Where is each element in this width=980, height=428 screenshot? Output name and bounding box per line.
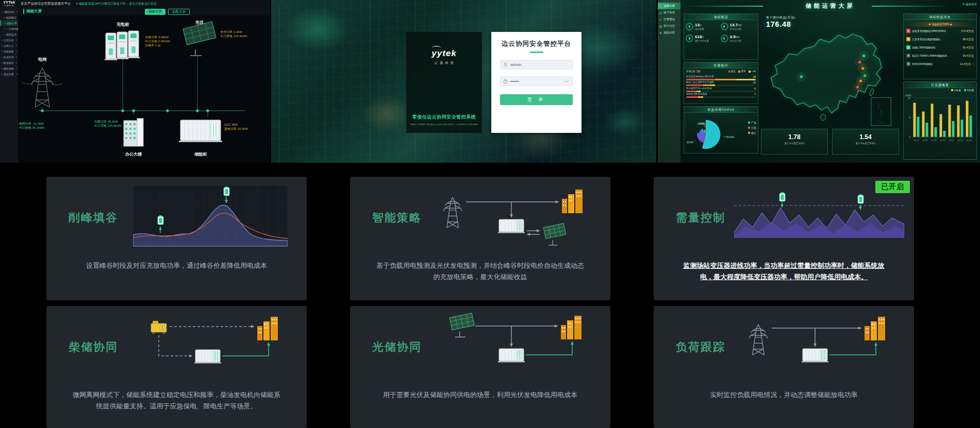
legend-label: 紧急 — [731, 70, 736, 73]
menu-dot-icon: ▪ — [4, 27, 5, 30]
svg-text:01.17: 01.17 — [913, 139, 919, 142]
card-title: 智能策略 — [363, 210, 430, 226]
station-revenue: 16.4万元 — [962, 54, 974, 58]
brand-logo-subtext: 云涌科技 — [433, 61, 456, 65]
sidebar-item-label: 系统设置 — [4, 73, 14, 76]
alarm-bar-label: 苏州某某储能电站通信中断 — [686, 75, 714, 78]
stat-value: 3.5MW — [730, 35, 742, 39]
username-value: admin — [510, 62, 522, 67]
svg-text:负载功率 45.2kW: 负载功率 45.2kW — [94, 119, 118, 123]
sidebar-item-告警通知[interactable]: ⚠告警通知 — [658, 16, 680, 23]
chevron-down-icon: ▾ — [16, 39, 17, 41]
bigscreen-title: 储能运营大屏 — [680, 2, 980, 10]
sidebar-item-能源概况[interactable]: ▪能源概况 — [0, 14, 18, 20]
sidebar-item-储能大屏[interactable]: ▪储能大屏 — [0, 20, 18, 26]
sidebar-item-label: 区域管理 — [4, 56, 14, 59]
dashboard-subheader: 储能大屏 储能大屏能耗大屏 — [18, 7, 270, 15]
alarm-bar-row: 储能柜消防系统预警7 — [684, 93, 758, 98]
station-revenue: 31.4万元 — [962, 46, 974, 49]
feature-card-削峰填谷: 削峰填谷 设置峰谷时段及对应充放电功率，通过峰谷价差降低用电成本 — [46, 177, 307, 300]
gear-icon: ⚙ — [659, 31, 662, 35]
sidebar-item-系统设置[interactable]: ▪系统设置▾ — [0, 71, 18, 77]
svg-text:1.67%: 1.67% — [699, 123, 705, 125]
eye-icon[interactable] — [564, 79, 569, 83]
sidebar-item-运营分析[interactable]: ▪运营分析▾ — [0, 37, 18, 43]
sidebar-item-label: 智能策略 — [4, 50, 14, 53]
legend-swatch — [749, 71, 751, 73]
feature-card-柴储协同: 柴储协同 微网离网模式下，储能系统建立稳定电压和频率，柴油发电机向储能系统提供能… — [46, 306, 307, 428]
alarm-bar-value: 7 — [754, 93, 756, 96]
ranking-banner: ▶ 收益排名TOP5 ◀ — [907, 22, 973, 27]
back-home-link[interactable]: ⟲ 返回首页 — [962, 3, 977, 6]
sidebar-group[interactable]: ⌂储能电站▾ — [0, 9, 18, 14]
sidebar-item-一次接线图[interactable]: ▪一次接线图 — [0, 26, 18, 31]
china-map — [761, 29, 899, 128]
card-description: 监测场站变压器进线功率，当功率超过需量控制功率时，储能系统放电，最大程度降低变压… — [654, 260, 914, 283]
alarm-bar-row: 嘉兴园区PCS一体机告警6 — [684, 87, 758, 92]
stat-ring-icon — [721, 35, 728, 42]
user-icon — [503, 62, 508, 67]
sidebar-item-审计日志[interactable]: ▤审计日志 — [658, 23, 680, 29]
svg-text:电网功率 -12.5kW: 电网功率 -12.5kW — [19, 122, 44, 125]
card-top: 智能策略 — [350, 177, 610, 259]
sidebar-item-运营大屏[interactable]: ⌂运营大屏 — [658, 3, 680, 9]
card-description: 微网离网模式下，储能系统建立稳定电压和频率，柴油发电机向储能系统提供能量支持。适… — [46, 389, 307, 412]
hainan-island — [821, 114, 826, 121]
overview-stat: 618万累计充放电量 — [686, 35, 721, 42]
card-top: 负荷跟踪 — [654, 306, 914, 388]
alarm-legend-item: 紧急 — [728, 70, 736, 73]
sidebar-item-数据报表[interactable]: ▪数据报表▾ — [0, 60, 18, 65]
svg-text:01.20: 01.20 — [940, 139, 945, 142]
energy-kpi-value: 1.54 — [833, 133, 899, 141]
svg-text:SOC 98%: SOC 98% — [224, 123, 238, 126]
sidebar-item-区域管理[interactable]: ▪区域管理▾ — [0, 54, 18, 60]
sidebar-item-系统设置[interactable]: ⚙系统设置 — [658, 29, 680, 36]
card-title: 需量控制 — [667, 210, 734, 226]
alarm-bar-labels: 南大门办公园区变压器越限12 — [686, 81, 756, 84]
legend-swatch — [748, 122, 750, 124]
bigscreen-header: 储能运营大屏 ⟲ 返回首页 — [680, 0, 980, 11]
alarm-bar-segment — [686, 91, 696, 92]
sidebar-item-能效诊断[interactable]: ▪能效诊断▾ — [0, 65, 18, 71]
legend-label: 重要 — [741, 70, 746, 73]
alarm-bar-segment — [737, 79, 756, 80]
panel-title: 收益分布TOP10 — [684, 107, 758, 113]
chevron-down-icon: ▾ — [16, 56, 17, 58]
stat-text: 13座场站数量 — [695, 23, 704, 30]
login-title: 边云协同安全管控平台 — [491, 40, 582, 48]
card-description: 用于需要光伏及储能协同供电的场景，利用光伏发电降低用电成本 — [350, 389, 610, 401]
login-card: 边云协同安全管控平台 admin •••••• 登 录 — [491, 32, 582, 133]
login-button[interactable]: 登 录 — [500, 94, 573, 105]
stat-value: 618万 — [695, 35, 709, 39]
alarm-bar-segment — [715, 79, 737, 80]
stat-label: 装机总容量 — [730, 28, 742, 30]
screen-pill-能耗大屏[interactable]: 能耗大屏 — [168, 9, 190, 15]
alarm-bar-segment — [698, 91, 701, 92]
enabled-badge: 已开启 — [875, 181, 910, 193]
platform-title: 某某产业园综合智慧能源服务平台 — [21, 2, 71, 6]
ranking-row: 5李营100kW储能站11.9万元↑ — [904, 60, 976, 68]
energy-kpi-label: 累计充电量(万kWh) — [761, 142, 827, 145]
menu-icon: ⌂ — [2, 10, 3, 13]
strategy-diagram — [434, 183, 594, 253]
menu-dot-icon: ▪ — [4, 16, 5, 19]
password-field[interactable]: •••••• — [500, 76, 573, 86]
menu-icon: ▪ — [2, 44, 3, 47]
daily-bar-chart: (kWh)061201.1701.1801.1901.2001.2101.220… — [904, 92, 976, 152]
screenshots-row: YYTek云涌科技 某某产业园综合智慧能源服务平台 ● 储能集装箱1#PCS通讯… — [0, 0, 980, 163]
card-visual — [430, 313, 597, 382]
svg-text:充电桩: 充电桩 — [116, 22, 129, 27]
alarm-bar-value: 29 — [753, 75, 756, 78]
legend-label: 广东 — [751, 121, 756, 124]
sidebar-item-租户管理[interactable]: ◫租户管理 — [658, 9, 680, 16]
sidebar-item-智能策略[interactable]: ▪智能策略▾ — [0, 48, 18, 54]
overview-stat: 13.7MW装机总容量 — [721, 23, 756, 30]
sidebar-item-label: 租户管理 — [663, 11, 675, 14]
sidebar-item-视频监控[interactable]: ▪视频监控 — [0, 31, 18, 37]
username-field[interactable]: admin — [500, 60, 573, 70]
stat-label: 累计充放电量 — [695, 40, 709, 42]
screen-pill-储能大屏[interactable]: 储能大屏 — [145, 9, 165, 15]
svg-text:今日用电 216.8kWh: 今日用电 216.8kWh — [94, 124, 122, 128]
sidebar-item-运维中心[interactable]: ▪运维中心▾ — [0, 43, 18, 48]
rank-badge: 2 — [906, 37, 910, 41]
